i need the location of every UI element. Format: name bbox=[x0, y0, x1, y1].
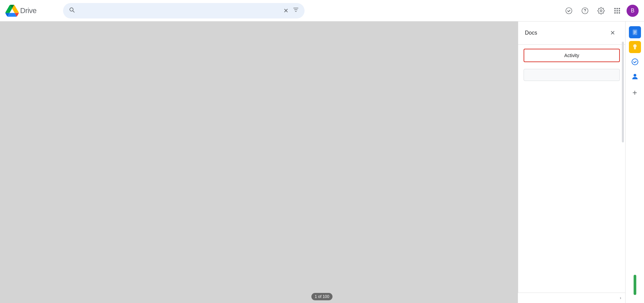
svg-rect-10 bbox=[616, 12, 618, 13]
svg-point-14 bbox=[634, 74, 636, 77]
panel-title: Docs bbox=[525, 30, 537, 36]
search-clear-button[interactable]: ✕ bbox=[283, 7, 288, 14]
google-keep-sidebar-button[interactable] bbox=[628, 40, 642, 54]
svg-rect-3 bbox=[614, 8, 616, 9]
search-icon bbox=[68, 6, 75, 15]
green-indicator bbox=[634, 275, 636, 295]
docs-info-panel: Docs ✕ Activity bbox=[518, 21, 625, 303]
svg-rect-4 bbox=[616, 8, 618, 9]
panel-expand-button[interactable]: › bbox=[518, 293, 625, 303]
app-name: Drive bbox=[20, 6, 37, 15]
avatar[interactable]: B bbox=[627, 5, 639, 17]
activity-tab[interactable]: Activity bbox=[524, 49, 620, 62]
panel-header: Docs ✕ bbox=[518, 21, 625, 45]
svg-point-2 bbox=[585, 12, 585, 12]
svg-rect-5 bbox=[619, 8, 620, 9]
drive-logo-icon bbox=[5, 4, 19, 17]
svg-point-13 bbox=[632, 59, 638, 65]
google-sheets-sidebar-button[interactable] bbox=[628, 26, 642, 39]
svg-point-0 bbox=[566, 7, 572, 13]
tasks-sidebar-button[interactable] bbox=[628, 55, 642, 69]
app-header: Drive ✕ bbox=[0, 0, 644, 21]
main-content-area: Docs ✕ Activity bbox=[0, 21, 644, 303]
page-indicator: 1 of 100 bbox=[311, 293, 332, 300]
search-bar: ✕ bbox=[63, 3, 305, 18]
check-status-button[interactable] bbox=[562, 4, 576, 17]
svg-rect-6 bbox=[614, 10, 616, 11]
panel-search-input[interactable] bbox=[524, 69, 620, 81]
search-filter-button[interactable] bbox=[292, 6, 299, 15]
search-input[interactable] bbox=[79, 8, 279, 14]
header-icons: B bbox=[562, 4, 639, 17]
contacts-sidebar-button[interactable] bbox=[628, 70, 642, 83]
logo-area: Drive bbox=[5, 4, 59, 17]
svg-rect-7 bbox=[616, 10, 618, 11]
right-sidebar: + bbox=[625, 21, 644, 303]
settings-button[interactable] bbox=[594, 4, 608, 17]
svg-rect-11 bbox=[619, 12, 620, 13]
panel-close-button[interactable]: ✕ bbox=[606, 27, 619, 39]
help-button[interactable] bbox=[578, 4, 592, 17]
svg-rect-8 bbox=[619, 10, 620, 11]
apps-grid-button[interactable] bbox=[610, 4, 624, 17]
panel-scrollbar[interactable] bbox=[622, 42, 624, 142]
svg-rect-9 bbox=[614, 12, 616, 13]
add-sidebar-button[interactable]: + bbox=[628, 86, 642, 99]
